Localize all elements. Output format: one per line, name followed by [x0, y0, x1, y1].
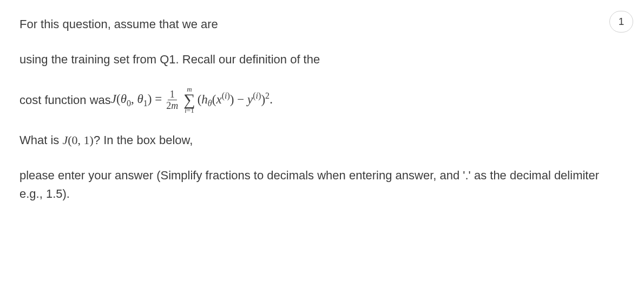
theta0: θ: [121, 92, 127, 106]
J-symbol: J: [111, 92, 116, 106]
minus: −: [234, 92, 247, 106]
theta1-sub: 1: [143, 98, 148, 107]
sigma-lower: i=1: [185, 107, 194, 114]
question-line-2: using the training set from Q1. Recall o…: [19, 50, 625, 68]
theta1: θ: [137, 92, 143, 106]
line4-suffix: ? In the box below,: [94, 133, 193, 147]
line3-prefix: cost function was: [19, 91, 111, 109]
x-symbol: x: [216, 92, 221, 106]
h-sub: θ: [208, 99, 212, 108]
equals: =: [152, 92, 162, 106]
summation: m ∑ i=1: [183, 86, 195, 114]
question-line-1: For this question, assume that we are: [19, 15, 625, 33]
summation-body: (hθ(x(i)) − y(i))2.: [198, 89, 273, 110]
period: .: [270, 92, 273, 106]
squared: 2: [265, 91, 270, 100]
points-badge: 1: [609, 11, 633, 33]
line4-prefix: What is: [19, 133, 62, 147]
fraction-numerator: 1: [168, 89, 177, 100]
question-content: For this question, assume that we are us…: [0, 0, 644, 218]
question-line-4: What is J(0, 1)? In the box below,: [19, 131, 625, 149]
theta0-sub: 0: [127, 98, 131, 107]
fraction-denominator: 2m: [164, 100, 180, 111]
y-symbol: y: [247, 92, 253, 106]
h-symbol: h: [201, 92, 208, 106]
fraction: 1 2m: [164, 89, 180, 111]
sigma-symbol: ∑: [183, 92, 195, 108]
y-sup: (i): [253, 91, 261, 100]
points-value: 1: [619, 16, 625, 28]
x-sup: (i): [222, 91, 230, 100]
J-0-1: J(0, 1): [62, 133, 93, 147]
question-line-5: please enter your answer (Simplify fract…: [19, 166, 625, 203]
question-line-3: cost function was J(θ0, θ1) = 1 2m m ∑ i…: [19, 86, 625, 114]
cost-function-formula: J(θ0, θ1) =: [111, 90, 162, 110]
